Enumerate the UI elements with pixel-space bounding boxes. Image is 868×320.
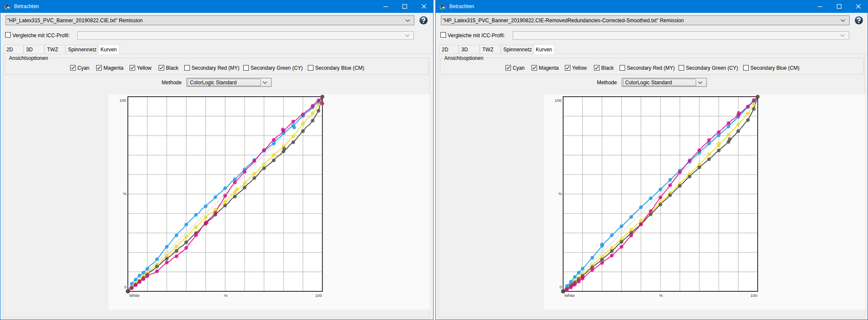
svg-text:100: 100 xyxy=(119,98,126,103)
svg-text:White: White xyxy=(564,293,575,298)
svg-text:100: 100 xyxy=(555,98,561,103)
svg-text:0: 0 xyxy=(124,284,127,289)
svg-text:100: 100 xyxy=(315,293,322,298)
svg-text:%: % xyxy=(659,293,663,298)
svg-text:100: 100 xyxy=(750,293,757,298)
svg-text:White: White xyxy=(129,293,139,298)
svg-text:%: % xyxy=(224,293,228,298)
svg-text:%: % xyxy=(123,191,127,196)
svg-text:0: 0 xyxy=(560,284,562,289)
svg-text:%: % xyxy=(558,191,562,196)
